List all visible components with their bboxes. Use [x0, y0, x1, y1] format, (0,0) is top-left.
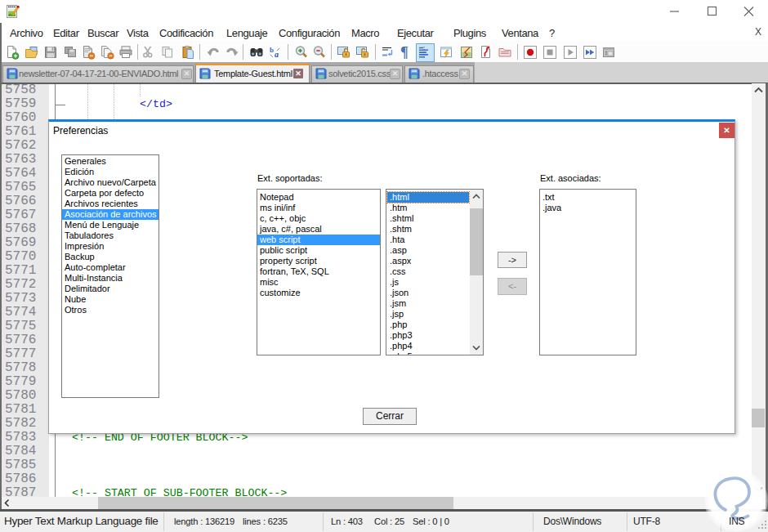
svg-text:a: a [275, 50, 279, 59]
svg-text:¶: ¶ [400, 45, 409, 60]
svg-text:b: b [270, 46, 274, 54]
